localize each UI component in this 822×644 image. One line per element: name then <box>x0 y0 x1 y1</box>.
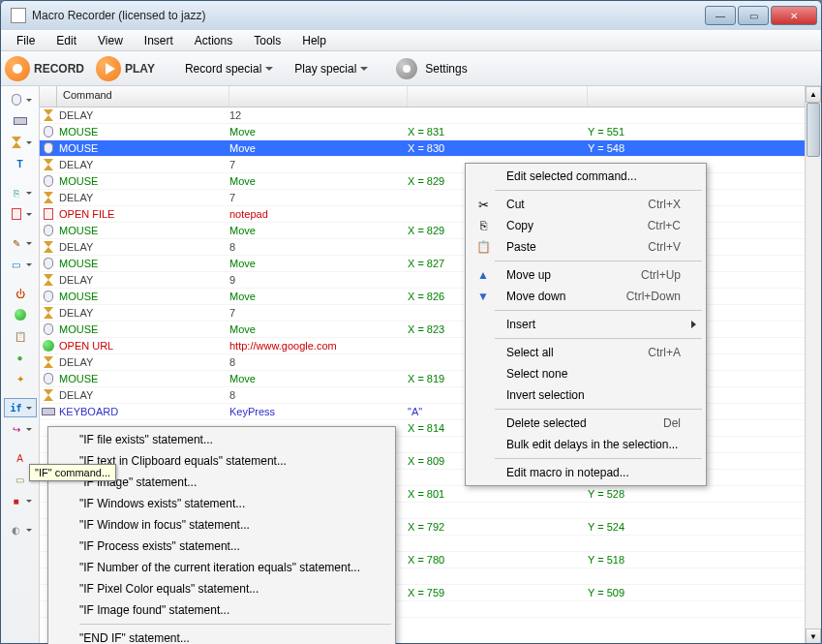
toolbox-misc[interactable]: ◐ <box>4 520 37 539</box>
cell-command: MOUSE <box>57 126 229 138</box>
ctx-paste[interactable]: 📋PasteCtrl+V <box>468 236 704 258</box>
window-controls: — ▭ ✕ <box>705 6 817 25</box>
compass-icon: ✦ <box>13 371 28 386</box>
left-toolbox: T ⎘ ✎ ▭ ⏻ 📋 ● ✦ if ↪ A ▭ ■ ◐ <box>1 86 40 644</box>
ctx-edit-selected[interactable]: Edit selected command... <box>468 166 704 187</box>
cell-param3: Y = 518 <box>588 554 821 566</box>
toolbox-clip[interactable]: 📋 <box>4 326 37 346</box>
minimize-button[interactable]: — <box>705 6 736 25</box>
toolbox-file[interactable] <box>4 204 37 224</box>
toolbox-pencil[interactable]: ✎ <box>4 233 37 253</box>
ctx-delete-selected[interactable]: Delete selectedDel <box>468 413 704 434</box>
grid-header-command[interactable]: Command <box>57 86 229 107</box>
grid-row[interactable]: DELAY12 <box>40 107 821 124</box>
cell-param2: X = 831 <box>408 126 588 138</box>
submenu-arrow-icon <box>691 321 696 328</box>
toolbox-copy[interactable]: ⎘ <box>4 183 37 202</box>
ctx-select-none[interactable]: Select none <box>468 363 704 384</box>
ctx-move-down[interactable]: ▼Move downCtrl+Down <box>468 286 704 307</box>
grid-row[interactable]: MOUSEMoveX = 831Y = 551 <box>40 124 821 140</box>
settings-icon[interactable] <box>396 58 417 79</box>
keyboard-icon <box>14 117 27 125</box>
copy-icon: ⎘ <box>9 185 24 200</box>
scissors-icon: ✂ <box>473 198 493 212</box>
cell-param3: Y = 548 <box>588 142 821 154</box>
if-pixel-color-equals[interactable]: "IF Pixel Color equals" statement... <box>50 578 393 599</box>
cell-command: MOUSE <box>57 373 229 384</box>
vertical-scrollbar[interactable]: ▲ ▼ <box>805 86 821 644</box>
menubar: File Edit View Insert Actions Tools Help <box>1 30 821 51</box>
clipboard-icon: 📋 <box>13 328 28 344</box>
maximize-button[interactable]: ▭ <box>738 6 769 25</box>
ctx-insert[interactable]: Insert <box>468 314 704 335</box>
cell-command: KEYBOARD <box>57 406 229 417</box>
scroll-up-button[interactable]: ▲ <box>806 86 821 103</box>
toolbox-if[interactable]: if <box>4 398 37 417</box>
cell-param1: Move <box>229 373 408 384</box>
if-file-exists[interactable]: "IF file exists" statement... <box>50 429 393 450</box>
if-image-found[interactable]: "IF Image found" statement... <box>50 599 393 621</box>
arrow-down-icon: ▼ <box>473 290 493 303</box>
toolbox-text[interactable]: T <box>4 154 37 173</box>
cell-command: MOUSE <box>57 258 229 269</box>
if-window-in-focus[interactable]: "IF Window in focus" statement... <box>50 514 393 536</box>
cell-param3: Y = 528 <box>588 488 821 500</box>
menu-actions[interactable]: Actions <box>185 32 242 49</box>
record-label[interactable]: RECORD <box>34 62 84 76</box>
cell-param1: 9 <box>229 274 408 286</box>
play-special-label: Play special <box>294 62 356 76</box>
scroll-thumb[interactable] <box>807 103 820 157</box>
if-submenu: "IF file exists" statement... "IF text i… <box>47 426 396 644</box>
hourglass-icon <box>44 109 53 121</box>
toolbox-keyboard[interactable] <box>4 111 37 131</box>
toolbox-delay[interactable] <box>4 133 37 152</box>
menu-view[interactable]: View <box>88 32 133 49</box>
cell-param1: 7 <box>229 159 408 170</box>
hourglass-icon <box>44 159 53 170</box>
play-button[interactable] <box>96 56 121 81</box>
close-button[interactable]: ✕ <box>771 6 817 25</box>
toolbox-globe[interactable] <box>4 305 37 324</box>
if-windows-exists[interactable]: "IF Windows exists" statement... <box>50 493 393 514</box>
cell-param1: KeyPress <box>229 406 408 417</box>
toolbox-window[interactable]: ▭ <box>4 255 37 274</box>
menu-tools[interactable]: Tools <box>244 32 290 49</box>
grid-row[interactable]: MOUSEMoveX = 830Y = 548 <box>40 140 821 157</box>
cell-command: DELAY <box>57 109 229 121</box>
record-special-dropdown[interactable]: Record special <box>176 58 282 79</box>
settings-label[interactable]: Settings <box>425 62 467 76</box>
ctx-copy[interactable]: ⎘CopyCtrl+C <box>468 215 704 236</box>
play-special-dropdown[interactable]: Play special <box>286 58 377 79</box>
ctx-move-up[interactable]: ▲Move upCtrl+Up <box>468 264 704 286</box>
menu-help[interactable]: Help <box>292 32 336 49</box>
if-iteration-equals[interactable]: "IF Number of the current iteration equa… <box>50 557 393 578</box>
if-process-exists[interactable]: "IF Process exists" statement... <box>50 536 393 557</box>
toolbox-sound[interactable]: ● <box>4 348 37 367</box>
toolbox-power[interactable]: ⏻ <box>4 284 37 303</box>
ctx-cut[interactable]: ✂CutCtrl+X <box>468 194 704 215</box>
caret-icon <box>360 67 368 71</box>
play-label[interactable]: PLAY <box>125 62 155 76</box>
end-if[interactable]: "END IF" statement... <box>50 628 393 644</box>
menu-edit[interactable]: Edit <box>46 32 86 49</box>
cell-param2: X = 780 <box>408 554 588 566</box>
cell-param1: Move <box>229 258 408 269</box>
toolbox-compass[interactable]: ✦ <box>4 369 37 388</box>
scroll-down-button[interactable]: ▼ <box>806 629 821 644</box>
toolbox-mouse[interactable] <box>4 90 37 109</box>
toolbox-stop[interactable]: ■ <box>4 491 37 510</box>
record-button[interactable] <box>5 56 30 81</box>
menu-file[interactable]: File <box>7 32 45 49</box>
ctx-invert-selection[interactable]: Invert selection <box>468 384 704 406</box>
ctx-edit-in-notepad[interactable]: Edit macro in notepad... <box>468 462 704 483</box>
menu-insert[interactable]: Insert <box>135 32 183 49</box>
toolbox-goto[interactable]: ↪ <box>4 419 37 439</box>
ctx-bulk-edit-delays[interactable]: Bulk edit delays in the selection... <box>468 434 704 455</box>
cell-command: MOUSE <box>57 142 229 154</box>
cell-param1: Move <box>229 291 408 302</box>
misc-icon: ◐ <box>9 522 24 537</box>
cell-param3: Y = 551 <box>588 126 821 138</box>
hourglass-icon <box>44 274 53 286</box>
cell-param1: Move <box>229 142 408 154</box>
ctx-select-all[interactable]: Select allCtrl+A <box>468 342 704 363</box>
